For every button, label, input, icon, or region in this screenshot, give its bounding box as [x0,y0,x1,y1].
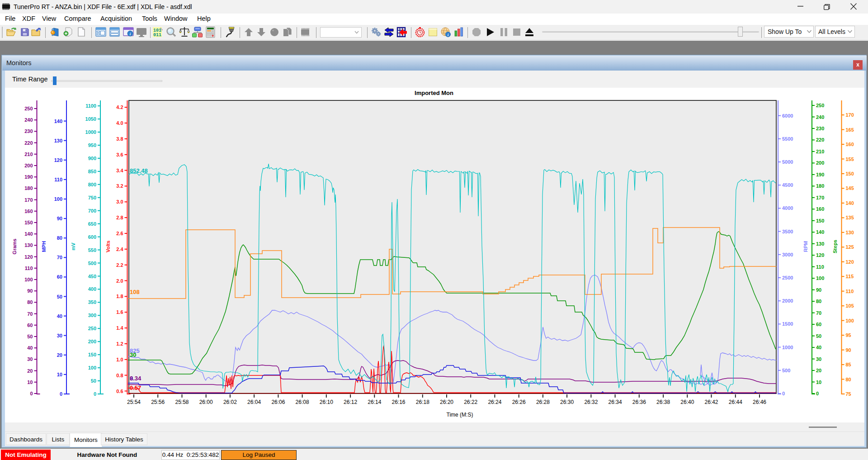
svg-text:40: 40 [816,345,821,350]
svg-text:3.4: 3.4 [116,168,123,173]
svg-text:180: 180 [24,185,33,191]
svg-text:26:36: 26:36 [632,399,646,405]
svg-text:60: 60 [27,322,33,328]
svg-text:40: 40 [27,345,33,351]
svg-text:26:04: 26:04 [247,399,261,405]
svg-text:90: 90 [816,287,821,293]
svg-text:1000: 1000 [85,129,96,135]
svg-text:26:14: 26:14 [368,399,381,405]
svg-text:20: 20 [816,368,821,373]
svg-text:25:58: 25:58 [175,399,189,405]
svg-text:3500: 3500 [782,229,793,234]
svg-text:RPM: RPM [803,241,808,252]
svg-text:26:34: 26:34 [609,399,622,405]
svg-text:140: 140 [24,231,33,237]
svg-text:3.8: 3.8 [116,136,123,142]
svg-text:26:10: 26:10 [320,399,333,405]
svg-text:100: 100 [54,196,62,202]
svg-text:200: 200 [24,163,33,168]
svg-text:120: 120 [816,252,824,258]
svg-text:150: 150 [846,171,854,176]
svg-text:0: 0 [30,391,33,396]
svg-text:0.8: 0.8 [116,373,123,378]
svg-text:130: 130 [816,241,824,247]
svg-text:130: 130 [846,230,854,235]
svg-text:80: 80 [57,235,62,241]
svg-text:5000: 5000 [782,159,793,165]
svg-text:90: 90 [27,288,33,294]
svg-text:950: 950 [88,142,96,148]
svg-text:0: 0 [60,391,62,397]
svg-text:90: 90 [846,347,851,353]
svg-text:750: 750 [88,195,96,200]
svg-text:108: 108 [130,289,140,295]
svg-text:125: 125 [846,244,854,250]
svg-text:26:06: 26:06 [271,399,285,405]
svg-text:50: 50 [27,334,33,339]
svg-text:250: 250 [88,326,96,331]
svg-text:Grams: Grams [12,239,17,255]
svg-text:130: 130 [54,138,62,143]
svg-text:Steps: Steps [832,240,838,253]
svg-text:80: 80 [816,299,821,304]
svg-text:26:26: 26:26 [512,399,526,405]
svg-text:500: 500 [782,368,790,373]
svg-text:140: 140 [846,200,854,206]
svg-text:2.4: 2.4 [116,247,123,252]
svg-text:70: 70 [57,255,62,260]
svg-text:200: 200 [88,339,96,344]
svg-text:10: 10 [27,379,33,385]
svg-text:160: 160 [816,206,824,212]
svg-text:2.2: 2.2 [116,262,123,268]
svg-text:210: 210 [816,149,824,154]
svg-text:26:38: 26:38 [656,399,670,405]
svg-text:230: 230 [24,128,33,134]
svg-text:220: 220 [816,137,824,142]
svg-text:2000: 2000 [782,298,793,304]
svg-text:1.6: 1.6 [116,309,123,315]
svg-text:1.0: 1.0 [116,357,123,362]
svg-text:220: 220 [24,140,33,146]
svg-text:26:28: 26:28 [536,399,550,405]
svg-text:3000: 3000 [782,252,793,257]
svg-text:26:24: 26:24 [488,399,501,405]
svg-text:0.34: 0.34 [130,375,142,382]
svg-text:80: 80 [27,299,33,305]
svg-text:26:00: 26:00 [199,399,213,405]
svg-text:170: 170 [816,195,824,200]
svg-text:100: 100 [816,275,824,281]
svg-text:852.48: 852.48 [130,167,148,174]
svg-text:900: 900 [88,156,96,161]
svg-text:26:44: 26:44 [729,399,742,405]
svg-text:100: 100 [88,365,96,370]
svg-text:100: 100 [846,318,854,323]
svg-text:25:54: 25:54 [127,399,141,405]
svg-text:26:42: 26:42 [704,399,718,405]
svg-text:0.57: 0.57 [130,384,141,391]
svg-text:50: 50 [57,294,62,299]
svg-text:650: 650 [88,221,96,227]
svg-text:26:16: 26:16 [392,399,405,405]
svg-text:80: 80 [846,377,851,382]
svg-text:2.6: 2.6 [116,231,123,236]
svg-text:75: 75 [846,391,851,397]
svg-text:30: 30 [130,351,136,358]
svg-text:120: 120 [24,254,33,260]
svg-text:1000: 1000 [782,345,793,350]
svg-text:150: 150 [816,218,824,223]
svg-text:26:30: 26:30 [560,399,574,405]
svg-text:95: 95 [846,332,851,338]
svg-text:240: 240 [816,114,824,120]
svg-text:1.8: 1.8 [116,294,123,299]
svg-text:85: 85 [846,362,851,367]
svg-text:1.2: 1.2 [116,341,123,346]
svg-text:2500: 2500 [782,275,793,280]
svg-text:Time (M:S): Time (M:S) [447,412,473,418]
svg-text:10: 10 [816,379,821,385]
svg-text:110: 110 [816,264,824,270]
svg-text:30: 30 [27,356,33,362]
svg-text:190: 190 [24,174,33,180]
svg-text:25:56: 25:56 [151,399,165,405]
svg-text:600: 600 [88,234,96,240]
svg-text:0: 0 [782,391,785,396]
